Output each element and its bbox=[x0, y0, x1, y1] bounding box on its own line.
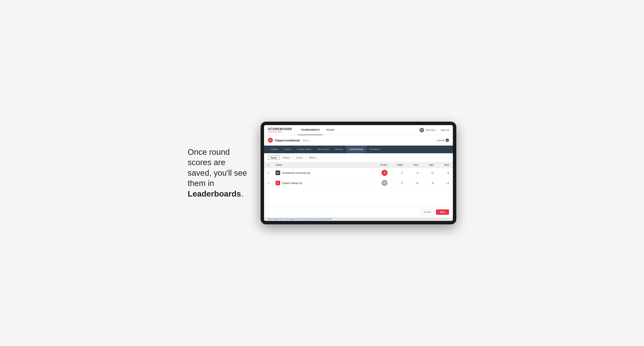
tournament-icon: C bbox=[268, 138, 273, 143]
rd2-1: +5 bbox=[418, 172, 434, 174]
nav-links: TOURNAMENTS TEAMS bbox=[298, 125, 420, 135]
rank-1: 1 bbox=[268, 172, 276, 174]
footer-save-button[interactable]: Save bbox=[436, 209, 449, 215]
team-cell-1: SU Scoreboard University [A] bbox=[276, 171, 368, 175]
logo-powered: Powered by clippd bbox=[268, 131, 292, 133]
sidebar-text: Once round scores are saved, you'll see … bbox=[188, 147, 249, 199]
rd1-1: -4 bbox=[403, 172, 418, 174]
team-logo-2: C bbox=[276, 181, 280, 185]
tournament-title: Clippd Invitational bbox=[275, 139, 300, 142]
col-team: TEAM bbox=[276, 164, 368, 166]
page-wrapper: Once round scores are saved, you'll see … bbox=[188, 122, 456, 224]
table-header-row: # TEAM TOTAL THRU RD1 RD2 RD3 bbox=[264, 162, 453, 168]
tab-results[interactable]: Results bbox=[332, 146, 346, 153]
filter-players-button[interactable]: Players bbox=[280, 156, 293, 160]
col-rd1: RD1 bbox=[403, 164, 418, 166]
logo-area: SCOREBOARD Powered by clippd bbox=[268, 127, 292, 133]
col-total: TOTAL bbox=[368, 164, 388, 166]
score-badge-1: -5 bbox=[382, 170, 388, 176]
score-badge-2: +3 bbox=[382, 180, 388, 186]
team-name-2: Clippd College [A] bbox=[282, 182, 302, 184]
tablet-screen: SCOREBOARD Powered by clippd TOURNAMENTS… bbox=[264, 125, 453, 221]
pipe-divider: | bbox=[438, 129, 438, 131]
logo-scoreboard: SCOREBOARD bbox=[268, 127, 292, 131]
sign-out-link[interactable]: Sign out bbox=[440, 129, 449, 131]
tournament-header: C Clippd Invitational (Men) Cancel ✕ bbox=[264, 135, 453, 146]
cancel-top-button[interactable]: Cancel ✕ bbox=[437, 139, 449, 142]
tab-tee-groups[interactable]: Tee Groups bbox=[314, 146, 332, 153]
sidebar-highlight: Leaderboards bbox=[188, 189, 241, 198]
rd3-1: -6 bbox=[434, 172, 449, 174]
rd2-2: -8 bbox=[418, 182, 434, 184]
team-logo-1: SU bbox=[276, 171, 280, 175]
user-avatar: S bbox=[420, 128, 424, 132]
tournament-title-area: C Clippd Invitational (Men) bbox=[268, 138, 309, 143]
filter-scores-button[interactable]: Scores bbox=[294, 156, 305, 160]
total-cell-1: -5 bbox=[368, 170, 388, 176]
tournament-subtitle: (Men) bbox=[302, 139, 309, 142]
tab-leaderboards[interactable]: Leaderboards bbox=[346, 146, 366, 153]
close-icon: ✕ bbox=[446, 139, 449, 142]
thru-2: F bbox=[388, 182, 403, 184]
top-nav: SCOREBOARD Powered by clippd TOURNAMENTS… bbox=[264, 125, 453, 135]
tab-details[interactable]: Details bbox=[268, 146, 281, 153]
table-row: 2 C Clippd College [A] +3 F +8 -8 +3 bbox=[264, 178, 453, 188]
tab-teams[interactable]: Teams bbox=[281, 146, 294, 153]
thru-1: F bbox=[388, 172, 403, 174]
sidebar-end: . bbox=[241, 189, 243, 198]
col-thru: THRU bbox=[388, 164, 403, 166]
tablet-frame: SCOREBOARD Powered by clippd TOURNAMENTS… bbox=[260, 122, 456, 224]
team-cell-2: C Clippd College [A] bbox=[276, 181, 368, 185]
col-rank: # bbox=[268, 164, 276, 166]
nav-right: S Test User | Sign out bbox=[420, 128, 449, 132]
col-rd3: RD3 bbox=[434, 164, 449, 166]
rd1-2: +8 bbox=[403, 182, 418, 184]
data-table: # TEAM TOTAL THRU RD1 RD2 RD3 1 SU Score… bbox=[264, 162, 453, 207]
user-name: Test User bbox=[426, 129, 436, 131]
tab-printables[interactable]: Printables bbox=[366, 146, 383, 153]
rd3-2: +3 bbox=[434, 182, 449, 184]
filter-bar: Teams Players Scores Strokes bbox=[264, 153, 453, 162]
team-name-1: Scoreboard University [A] bbox=[282, 172, 310, 174]
tab-course-setup[interactable]: Course Setup bbox=[294, 146, 314, 153]
filter-strokes-button[interactable]: Strokes bbox=[306, 156, 318, 160]
sub-nav: Details Teams Course Setup Tee Groups Re… bbox=[264, 146, 453, 153]
sidebar-line1: Once round scores are saved, you'll see … bbox=[188, 148, 247, 188]
filter-teams-button[interactable]: Teams bbox=[268, 156, 280, 160]
footer-cancel-button[interactable]: Cancel bbox=[420, 209, 434, 215]
table-row: 1 SU Scoreboard University [A] -5 F -4 +… bbox=[264, 168, 453, 178]
total-cell-2: +3 bbox=[368, 180, 388, 186]
nav-tournaments[interactable]: TOURNAMENTS bbox=[298, 125, 323, 135]
rank-2: 2 bbox=[268, 182, 276, 184]
url-bar: https://stage-blue-coach.stagescore boar… bbox=[264, 217, 453, 221]
page-footer: Cancel Save bbox=[264, 207, 453, 217]
col-rd2: RD2 bbox=[418, 164, 434, 166]
nav-teams[interactable]: TEAMS bbox=[323, 125, 338, 135]
